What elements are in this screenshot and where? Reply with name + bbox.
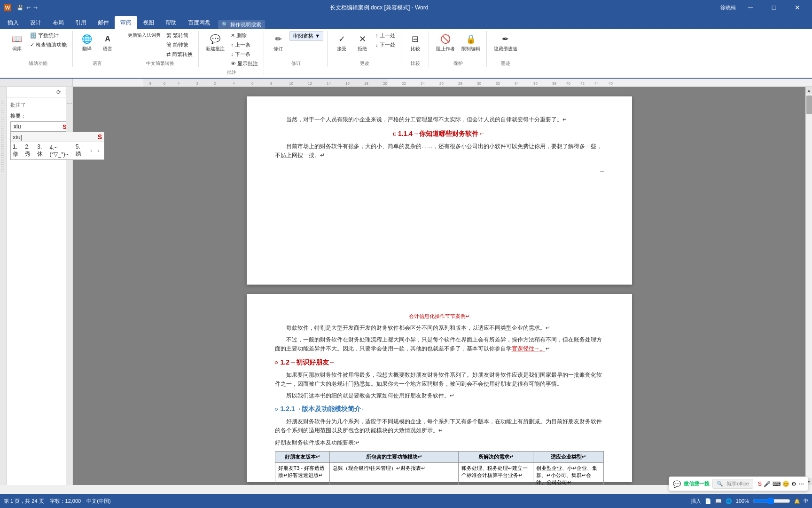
btn-prev-change[interactable]: ↑ 上一处 [374, 31, 397, 40]
wechat-float: 💬 微信搜一搜 🔍 就学office S 🎤 ⌨ 😊 ⚙ ⋯ [669, 476, 808, 491]
mic-icon[interactable]: 🎤 [764, 481, 771, 487]
tab-references[interactable]: 引用 [70, 16, 92, 29]
vscroll-thumb[interactable] [806, 95, 812, 114]
btn-trad-to-simp[interactable]: 繁 繁转简 [164, 31, 195, 40]
btn-accept[interactable]: ✓ 接受 [332, 31, 351, 54]
btn-hide-ink[interactable]: ✒ 隐藏墨迹途 [492, 31, 520, 54]
btn-next-change[interactable]: ↓ 下一处 [374, 40, 397, 49]
ribbon-group-ink: ✒ 隐藏墨迹途 墨迹 [488, 31, 523, 67]
table-header-version: 好朋友友版本↵ [275, 451, 329, 462]
btn-prev-comment[interactable]: ↑ 上一条 [229, 40, 260, 49]
restrict-edit-icon: 🔒 [464, 32, 477, 46]
wechat-toolbar: S 🎤 ⌨ 😊 ⚙ ⋯ [758, 481, 804, 487]
btn-simp-to-trad[interactable]: 簡 简转繁 [164, 40, 195, 49]
accept-icon: ✓ [335, 32, 348, 46]
search-commands[interactable]: 🔍 操作说明搜索 [218, 20, 265, 29]
sidebar-content: ⟳ ✕ 批注了 搜要： S xiu| S 1.修 [7, 87, 72, 485]
svg-text:-6: -6 [162, 81, 166, 86]
svg-text:32: 32 [496, 81, 500, 86]
emoji-icon[interactable]: 😊 [782, 481, 789, 487]
refresh-btn[interactable]: ⟳ [56, 89, 61, 95]
bullet-1-2: 1.2→初识好朋友← [275, 358, 604, 367]
ime-cand-1[interactable]: 1.修 [13, 143, 21, 158]
heading-1-1-4-text: 1.1.4→你知道哪些财务软件← [398, 130, 485, 138]
review-pane-dropdown[interactable]: 审阅窗格 ▼ [289, 31, 323, 41]
para-software-intro: 目前市场上的财务软件有很多，大的小、简单的复杂的……，还有很多小公司出的小软件可… [275, 142, 604, 160]
tab-view[interactable]: 视图 [137, 16, 160, 29]
tab-layout[interactable]: 布局 [47, 16, 70, 29]
maximize-btn[interactable]: □ [763, 1, 785, 14]
more-icon[interactable]: ⋯ [798, 481, 804, 487]
doc-page-2: 会计信息化操作节节案例↵ 每款软件，特别是大型开发商开发的财务软件都会区分不同的… [247, 294, 632, 482]
svg-text:38: 38 [552, 81, 556, 86]
redo-btn[interactable]: ↪ [33, 5, 38, 11]
ime-cand-3[interactable]: 3.休 [37, 143, 46, 158]
ime-nav: ‹ › [88, 148, 102, 154]
btn-restrict-edit[interactable]: 🔒 限制编辑 [459, 31, 483, 54]
btn-translate[interactable]: 🌐 翻译 [78, 31, 96, 54]
status-left: 第 1 页，共 24 页 字数：12,000 中文(中国) [4, 498, 111, 505]
link-zijie[interactable]: 官课径往→。 [512, 345, 546, 352]
ime-cand-5[interactable]: 5.绣 [76, 143, 84, 158]
heading-1-1-4: 1.1.4→你知道哪些财务软件← [275, 130, 604, 138]
page-view-btn[interactable]: 📄 [705, 498, 711, 504]
btn-dictionary[interactable]: 📖 词库 [8, 31, 26, 54]
user-name: 徐晓楠 [720, 4, 736, 11]
btn-compare[interactable]: ⊟ 比较 [406, 31, 425, 54]
search-input-wrapper: S xiu| S 1.修 2.秀 3.休 4.~(°▽_°)~ 5.绣 [10, 121, 69, 132]
ribbon-group-comments: 💬 新建批注 ✕ 删除 ↑ 上一条 ↓ 下一条 👁 显示批注 批注 [200, 31, 264, 76]
read-view-btn[interactable]: 📖 [715, 498, 722, 504]
para-youyou-goal: 所以我们这本书的细的就是要教会大家如何使用好朋友财务软件。↵ [275, 391, 604, 400]
quick-access[interactable]: 💾 [17, 5, 23, 11]
search-input[interactable] [10, 121, 69, 132]
btn-block-author[interactable]: 🚫 阻止作者 [434, 31, 457, 54]
btn-wordcount[interactable]: 🔢 字数统计 [28, 31, 69, 40]
undo-btn[interactable]: ↩ [26, 5, 31, 11]
svg-text:28: 28 [458, 81, 462, 86]
svg-text:22: 22 [402, 81, 406, 86]
tab-review[interactable]: 审阅 [115, 16, 137, 29]
btn-show-comment[interactable]: 👁 显示批注 [229, 59, 260, 68]
tab-design[interactable]: 设计 [24, 16, 47, 29]
btn-language[interactable]: A 语言 [98, 31, 117, 54]
svg-text:20: 20 [383, 81, 387, 86]
language-status[interactable]: 中文(中国) [86, 498, 110, 505]
bullet-dot-1-2 [275, 361, 278, 364]
para-youyou-intro: 如果要问那款财务软件被用得最多，我想大概要数好朋友财务软件系列了。好朋友财务软件… [275, 371, 604, 389]
group-chinese-label: 中文简繁转换 [146, 60, 174, 67]
btn-delete-comment[interactable]: ✕ 删除 [229, 31, 260, 40]
btn-new-comment[interactable]: 💬 新建批注 [203, 31, 227, 54]
svg-text:6: 6 [251, 81, 254, 86]
ime-next-btn[interactable]: › [95, 148, 102, 154]
minimize-btn[interactable]: ─ [740, 1, 761, 14]
table-header-needs: 所解决的需求↵ [459, 451, 533, 462]
ime-status[interactable]: 中 [804, 498, 808, 504]
group-proofing-label: 辅助功能 [29, 60, 47, 67]
close-btn[interactable]: ✕ [787, 1, 808, 14]
btn-next-comment[interactable]: ↓ 下一条 [229, 50, 260, 59]
keyboard-icon[interactable]: ⌨ [773, 481, 781, 487]
vscroll-up-btn[interactable]: ▲ [806, 87, 812, 94]
doc-area[interactable]: 当然，对于一个人员有限的小企业来说，严格的分工管理显得不太实际，但会计人员的自律… [73, 87, 805, 485]
ime-cand-2[interactable]: 2.秀 [25, 143, 33, 158]
btn-accessibility[interactable]: ✓ 检查辅助功能 [28, 40, 69, 49]
btn-reject[interactable]: ✕ 拒绝 [353, 31, 372, 54]
btn-update-ime[interactable]: 更新输入法词典 [126, 31, 163, 40]
vscroll[interactable]: ▲ ▼ [805, 87, 812, 485]
tab-help[interactable]: 帮助 [160, 16, 182, 29]
wechat-search-box[interactable]: 🔍 就学office [712, 479, 753, 489]
tab-baidu[interactable]: 百度网盘 [182, 16, 216, 29]
tab-insert[interactable]: 插入 [2, 16, 24, 29]
zoom-slider[interactable] [753, 497, 790, 505]
btn-simp-trad[interactable]: ⇄ 简繁转换 [164, 50, 195, 59]
table-cell-company-1: 创业型企业、小↵企业、集群、↵小公司、集群↵会计、公司公司↵ [533, 462, 603, 485]
btn-track-changes[interactable]: ✏ 修订 [269, 31, 288, 54]
settings-icon[interactable]: ⚙ [791, 481, 796, 487]
web-view-btn[interactable]: 🌐 [726, 498, 732, 504]
tab-mail[interactable]: 邮件 [92, 16, 115, 29]
sidebar-body: 批注了 搜要： S xiu| S 1.修 2.秀 3.休 [7, 98, 72, 485]
ime-prev-btn[interactable]: ‹ [88, 148, 94, 154]
ime-cand-4[interactable]: 4.~(°▽_°)~ [50, 144, 72, 158]
notifications-icon[interactable]: 🔔 [794, 499, 800, 504]
title-bar-right: 徐晓楠 ─ □ ✕ [720, 1, 808, 14]
